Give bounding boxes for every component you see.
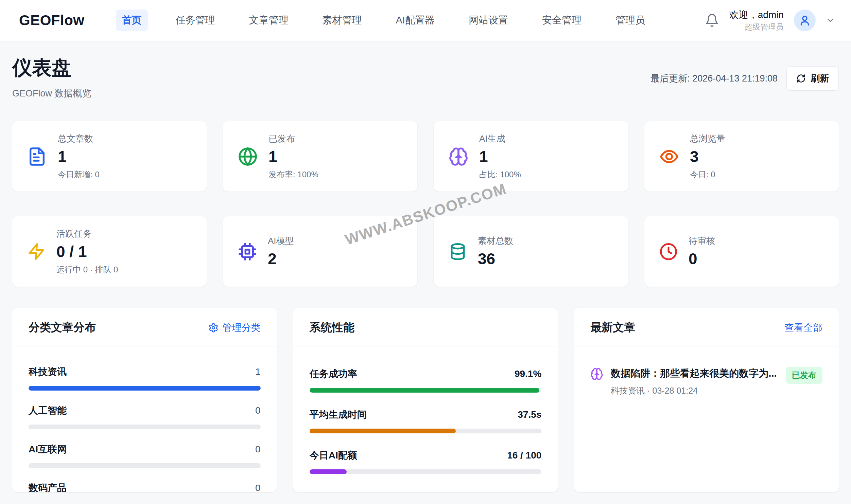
- progress-track: [29, 463, 261, 468]
- main-nav: 首页 任务管理 文章管理 素材管理 AI配置器 网站设置 安全管理 管理员: [116, 10, 651, 31]
- perf-row: 任务成功率 99.1%: [310, 367, 542, 393]
- category-row: AI互联网 0: [29, 443, 261, 468]
- globe-icon: [238, 147, 258, 166]
- perf-value: 37.5s: [518, 409, 541, 420]
- brain-icon: [449, 147, 468, 166]
- manage-categories-label: 管理分类: [223, 321, 261, 334]
- article-item[interactable]: 数据陷阱：那些看起来很美的数字为... 科技资讯 · 03-28 01:24 已…: [590, 367, 822, 396]
- panel-title: 分类文章分布: [29, 320, 96, 335]
- chevron-down-icon[interactable]: [826, 16, 835, 25]
- stat-card-pending-review: 待审核 0: [644, 216, 839, 287]
- category-count: 0: [255, 483, 261, 492]
- cpu-icon: [238, 242, 257, 261]
- progress-track: [310, 469, 542, 474]
- stat-value: 2: [268, 250, 294, 268]
- stat-sub: 发布率: 100%: [268, 169, 318, 180]
- progress-track: [310, 429, 542, 433]
- stat-sub: 运行中 0 · 排队 0: [56, 264, 118, 275]
- header-right: 欢迎，admin 超级管理员: [705, 9, 835, 32]
- perf-label: 平均生成时间: [310, 408, 367, 421]
- perf-value: 16 / 100: [507, 450, 541, 461]
- perf-value: 99.1%: [515, 368, 541, 379]
- progress-track: [29, 386, 261, 391]
- stat-value: 36: [478, 250, 513, 268]
- page-subtitle: GEOFlow 数据概览: [12, 87, 91, 100]
- title-row: 仪表盘 GEOFlow 数据概览 最后更新: 2026-04-13 21:19:…: [12, 55, 839, 100]
- last-update-text: 最后更新: 2026-04-13 21:19:08: [650, 72, 778, 85]
- panel-title: 系统性能: [310, 320, 354, 335]
- category-label: 科技资讯: [29, 365, 67, 378]
- category-row: 科技资讯 1: [29, 365, 261, 391]
- stat-card-articles: 总文章数 1 今日新增: 0: [12, 121, 207, 192]
- category-count: 1: [255, 366, 261, 377]
- stat-value: 1: [268, 147, 318, 166]
- status-badge: 已发布: [786, 367, 822, 384]
- view-all-label: 查看全部: [784, 321, 822, 334]
- stat-title: 总浏览量: [690, 133, 725, 145]
- stat-card-ai-models: AI模型 2: [223, 216, 417, 287]
- category-label: 数码产品: [29, 482, 67, 492]
- stat-title: 待审核: [689, 235, 715, 247]
- article-title: 数据陷阱：那些看起来很美的数字为...: [611, 367, 778, 380]
- perf-label: 今日AI配额: [310, 449, 357, 462]
- category-label: AI互联网: [29, 443, 67, 456]
- nav-item-articles[interactable]: 文章管理: [243, 10, 295, 31]
- refresh-icon: [796, 74, 806, 83]
- nav-item-home[interactable]: 首页: [116, 10, 148, 31]
- stat-sub: 今日: 0: [690, 169, 725, 180]
- user-role: 超级管理员: [729, 22, 784, 32]
- nav-item-tasks[interactable]: 任务管理: [170, 10, 221, 31]
- nav-item-admin[interactable]: 管理员: [609, 10, 651, 31]
- stat-card-published: 已发布 1 发布率: 100%: [223, 121, 417, 192]
- nav-item-ai-config[interactable]: AI配置器: [390, 10, 441, 31]
- refresh-label: 刷新: [811, 72, 829, 85]
- stat-title: 素材总数: [478, 235, 513, 247]
- manage-categories-link[interactable]: 管理分类: [208, 321, 261, 334]
- view-all-link[interactable]: 查看全部: [784, 321, 822, 334]
- progress-fill: [310, 388, 539, 393]
- zap-icon: [27, 242, 46, 261]
- category-row: 人工智能 0: [29, 404, 261, 429]
- refresh-button[interactable]: 刷新: [786, 66, 839, 91]
- stat-sub: 今日新增: 0: [58, 169, 100, 180]
- stat-title: AI模型: [268, 235, 294, 247]
- nav-item-security[interactable]: 安全管理: [536, 10, 588, 31]
- file-text-icon: [27, 147, 47, 166]
- perf-row: 平均生成时间 37.5s: [310, 408, 542, 433]
- clock-icon: [659, 242, 678, 261]
- category-count: 0: [255, 405, 261, 416]
- stat-title: 总文章数: [58, 133, 100, 145]
- stats-grid: 总文章数 1 今日新增: 0 已发布 1 发布率: 100% AI生成 1 占比: [12, 121, 839, 287]
- progress-track: [29, 425, 261, 429]
- avatar[interactable]: [794, 10, 816, 31]
- progress-track: [310, 388, 542, 393]
- stat-sub: 占比: 100%: [479, 169, 521, 180]
- progress-fill: [29, 386, 261, 391]
- app-logo: GEOFlow: [19, 12, 85, 29]
- category-label: 人工智能: [29, 404, 67, 417]
- welcome-text: 欢迎，admin: [729, 9, 784, 21]
- stat-title: AI生成: [479, 133, 521, 145]
- system-performance-panel: 系统性能 任务成功率 99.1% 平均生成时间 37.5s: [293, 308, 558, 492]
- progress-fill: [310, 429, 456, 433]
- stat-card-materials: 素材总数 36: [434, 216, 628, 287]
- latest-articles-panel: 最新文章 查看全部 数据陷阱：那些看起来很美的数字为... 科技资讯 · 03-…: [574, 308, 839, 492]
- perf-label: 任务成功率: [310, 367, 357, 380]
- stat-card-views: 总浏览量 3 今日: 0: [644, 121, 839, 192]
- stat-value: 1: [479, 147, 521, 166]
- stat-value: 1: [58, 147, 100, 166]
- dashboard-page: 仪表盘 GEOFlow 数据概览 最后更新: 2026-04-13 21:19:…: [0, 55, 851, 492]
- brain-icon: [590, 367, 603, 380]
- nav-item-site-settings[interactable]: 网站设置: [463, 10, 514, 31]
- article-meta: 科技资讯 · 03-28 01:24: [611, 385, 778, 396]
- stat-value: 0: [689, 250, 715, 268]
- nav-item-materials[interactable]: 素材管理: [316, 10, 368, 31]
- category-distribution-panel: 分类文章分布 管理分类 科技资讯 1: [12, 308, 277, 492]
- eye-icon: [659, 147, 679, 166]
- stat-card-active-tasks: 活跃任务 0 / 1 运行中 0 · 排队 0: [12, 216, 207, 287]
- perf-row: 今日AI配额 16 / 100: [310, 449, 542, 474]
- bell-icon[interactable]: [705, 13, 719, 28]
- page-title: 仪表盘: [12, 55, 91, 81]
- panel-title: 最新文章: [590, 320, 635, 335]
- category-row: 数码产品 0: [29, 482, 261, 492]
